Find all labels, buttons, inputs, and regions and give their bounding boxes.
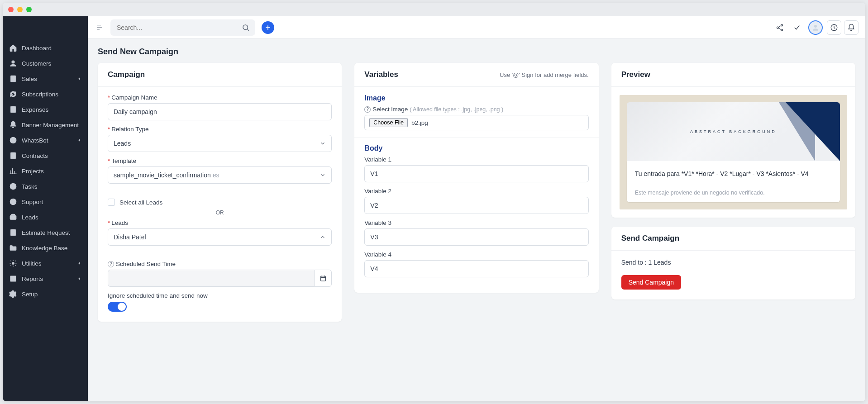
maximize-window-dot[interactable] [26, 7, 32, 12]
choose-file-button[interactable]: Choose File [369, 118, 408, 127]
add-button[interactable] [262, 21, 274, 34]
help-icon: ? [364, 106, 371, 113]
variable-1-input[interactable] [364, 165, 588, 182]
cog-icon [9, 290, 17, 298]
chevron-left-icon [77, 276, 81, 281]
variables-hint: Use '@' Sign for add merge fields. [500, 71, 589, 78]
sidebar-item-dashboard[interactable]: Dashboard [3, 40, 88, 56]
bell-icon [9, 121, 17, 129]
sidebar-item-label: Banner Management [22, 122, 81, 128]
image-section-title: Image [364, 94, 588, 102]
sidebar-item-contracts[interactable]: Contracts [3, 148, 88, 163]
ignore-schedule-label: Ignore scheduled time and send now [108, 292, 332, 299]
file-icon [9, 75, 17, 83]
send-campaign-button[interactable]: Send Campaign [621, 275, 681, 290]
gear-icon [9, 259, 17, 267]
ignore-schedule-toggle[interactable] [108, 302, 127, 312]
search-input[interactable] [117, 24, 249, 31]
relation-type-select[interactable]: Leads [108, 135, 332, 152]
body-section-title: Body [364, 144, 588, 152]
sidebar-item-label: Subscriptions [22, 91, 81, 98]
history-icon[interactable] [827, 20, 841, 35]
sidebar-item-label: Knowledge Base [22, 245, 81, 252]
file-name: b2.jpg [411, 119, 428, 126]
sidebar: DashboardCustomersSalesSubscriptionsExpe… [3, 16, 88, 401]
campaign-name-input[interactable] [108, 103, 332, 120]
sidebar-item-label: Leads [22, 214, 81, 221]
sidebar-item-label: Utilities [22, 260, 77, 267]
window-titlebar [3, 3, 865, 16]
sidebar-item-reports[interactable]: Reports [3, 271, 88, 286]
close-window-dot[interactable] [8, 7, 14, 12]
variables-card: Variables Use '@' Sign for add merge fie… [354, 63, 598, 293]
support-icon [9, 198, 17, 206]
select-all-leads-checkbox[interactable] [108, 199, 115, 206]
variable-2-input[interactable] [364, 197, 588, 214]
whatsapp-icon [9, 136, 17, 144]
svg-point-13 [243, 25, 248, 30]
sidebar-item-sales[interactable]: Sales [3, 71, 88, 86]
avatar[interactable] [808, 20, 823, 35]
scheduled-send-label: ?Scheduled Send Time [108, 261, 332, 267]
campaign-card: Campaign *Campaign Name *Relation Type L… [98, 63, 342, 322]
sidebar-item-utilities[interactable]: Utilities [3, 256, 88, 271]
template-label: *Template [108, 157, 332, 164]
sidebar-item-setup[interactable]: Setup [3, 286, 88, 302]
sidebar-item-estimate-request[interactable]: Estimate Request [3, 225, 88, 240]
bell-icon[interactable] [844, 20, 858, 35]
sidebar-item-label: Estimate Request [22, 229, 81, 236]
file-input-wrapper: Choose File b2.jpg [364, 115, 588, 130]
variable-3-input[interactable] [364, 228, 588, 246]
chevron-up-icon [320, 234, 326, 240]
search-box[interactable] [110, 19, 255, 36]
leads-select[interactable]: Disha Patel [108, 228, 332, 246]
svg-rect-19 [321, 276, 326, 281]
sidebar-item-expenses[interactable]: Expenses [3, 102, 88, 117]
refresh-icon [9, 90, 17, 98]
folder-icon [9, 244, 17, 252]
sidebar-item-banner-management[interactable]: Banner Management [3, 117, 88, 133]
leads-label: *Leads [108, 219, 332, 226]
doc-icon [9, 152, 17, 160]
scheduled-send-input[interactable] [108, 270, 315, 287]
relation-type-label: *Relation Type [108, 126, 332, 133]
sidebar-item-label: Reports [22, 276, 77, 282]
sidebar-item-projects[interactable]: Projects [3, 163, 88, 179]
sidebar-item-label: Contracts [22, 152, 81, 159]
variable-4-label: Variable 4 [364, 251, 588, 258]
sidebar-item-leads[interactable]: Leads [3, 209, 88, 225]
sidebar-item-customers[interactable]: Customers [3, 56, 88, 71]
preview-image: ABSTRACT BACKGROUND [627, 102, 840, 161]
preview-message-footer: Este mensaje proviene de un negocio no v… [635, 190, 832, 196]
sidebar-item-whatsbot[interactable]: WhatsBot [3, 133, 88, 148]
chevron-down-icon [320, 172, 326, 178]
or-separator: OR [108, 209, 332, 216]
send-card-title: Send Campaign [621, 234, 679, 243]
sidebar-item-support[interactable]: Support [3, 194, 88, 209]
sidebar-item-knowledge-base[interactable]: Knowledge Base [3, 240, 88, 256]
home-icon [9, 44, 17, 52]
select-all-leads-label: Select all Leads [119, 199, 162, 206]
sidebar-item-label: Expenses [22, 106, 81, 113]
variables-card-title: Variables [364, 70, 398, 79]
sidebar-logo [3, 16, 88, 38]
search-icon [242, 24, 250, 32]
sidebar-item-label: Customers [22, 60, 81, 67]
topbar [88, 16, 865, 39]
sidebar-item-subscriptions[interactable]: Subscriptions [3, 86, 88, 102]
variable-4-input[interactable] [364, 260, 588, 277]
template-select[interactable]: sample_movie_ticket_confirmationes [108, 166, 332, 184]
menu-toggle-button[interactable] [93, 21, 106, 34]
calendar-button[interactable] [315, 270, 332, 287]
svg-point-7 [12, 201, 14, 203]
sidebar-item-label: Setup [22, 291, 81, 298]
minimize-window-dot[interactable] [17, 7, 23, 12]
preview-frame: ABSTRACT BACKGROUND Tu entrada para *V1*… [620, 95, 847, 209]
send-campaign-card: Send Campaign Send to : 1 Leads Send Cam… [611, 227, 855, 299]
check-icon[interactable] [790, 20, 804, 35]
svg-point-17 [814, 25, 817, 28]
preview-card: Preview ABSTRACT BACKGROUND Tu entrada p… [611, 63, 855, 218]
share-icon[interactable] [773, 20, 787, 35]
sidebar-item-tasks[interactable]: Tasks [3, 179, 88, 194]
send-info: Send to : 1 Leads [621, 259, 845, 266]
